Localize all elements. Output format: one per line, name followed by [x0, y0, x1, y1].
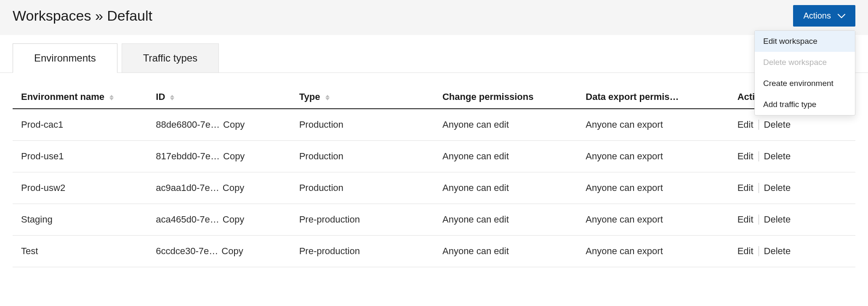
table-header-row: Environment name ID Type Change permissi… — [13, 86, 855, 109]
breadcrumb-separator: » — [95, 8, 103, 24]
id-text: ac9aa1d0-7e… — [156, 183, 219, 193]
cell-environment-name: Staging — [13, 204, 156, 236]
delete-button[interactable]: Delete — [764, 214, 791, 225]
divider — [759, 183, 759, 193]
header-type-label: Type — [299, 91, 320, 102]
cell-change-permissions: Anyone can edit — [442, 141, 586, 172]
cell-export-permissions: Anyone can export — [586, 236, 737, 267]
cell-id: ac9aa1d0-7e…Copy — [156, 172, 299, 204]
delete-button[interactable]: Delete — [764, 246, 791, 257]
tab[interactable]: Traffic types — [122, 43, 219, 72]
header-export-label: Data export permis… — [586, 91, 679, 102]
header-id[interactable]: ID — [156, 86, 299, 109]
dropdown-item[interactable]: Edit workspace — [755, 31, 855, 52]
breadcrumb-root[interactable]: Workspaces — [13, 8, 91, 24]
delete-button[interactable]: Delete — [764, 119, 791, 130]
cell-actions: EditDelete — [738, 172, 855, 204]
breadcrumb-current: Default — [107, 8, 152, 24]
cell-change-permissions: Anyone can edit — [442, 236, 586, 267]
header-bar: Workspaces » Default Actions Edit worksp… — [0, 0, 868, 35]
cell-type: Production — [299, 141, 442, 172]
actions-button[interactable]: Actions — [793, 5, 855, 27]
cell-id: 6ccdce30-7e…Copy — [156, 236, 299, 267]
tab[interactable]: Environments — [13, 43, 117, 73]
table-row: Prod-use1817ebdd0-7e…CopyProductionAnyon… — [13, 141, 855, 172]
copy-button[interactable]: Copy — [221, 246, 243, 257]
table-row: Stagingaca465d0-7e…CopyPre-productionAny… — [13, 204, 855, 236]
actions-dropdown-menu: Edit workspaceDelete workspaceCreate env… — [754, 30, 855, 115]
sort-icon — [170, 95, 174, 100]
cell-id: aca465d0-7e…Copy — [156, 204, 299, 236]
actions-button-label: Actions — [803, 11, 831, 21]
cell-environment-name: Prod-usw2 — [13, 172, 156, 204]
table-row: Prod-usw2ac9aa1d0-7e…CopyProductionAnyon… — [13, 172, 855, 204]
environments-table: Environment name ID Type Change permissi… — [13, 86, 855, 267]
sort-icon — [109, 95, 114, 100]
dropdown-item: Delete workspace — [755, 52, 855, 73]
header-change-label: Change permissions — [442, 91, 533, 102]
edit-button[interactable]: Edit — [738, 246, 754, 257]
cell-environment-name: Test — [13, 236, 156, 267]
cell-change-permissions: Anyone can edit — [442, 109, 586, 141]
header-environment-name[interactable]: Environment name — [13, 86, 156, 109]
copy-button[interactable]: Copy — [223, 183, 244, 193]
edit-button[interactable]: Edit — [738, 119, 754, 130]
copy-button[interactable]: Copy — [223, 151, 245, 162]
cell-type: Pre-production — [299, 204, 442, 236]
cell-export-permissions: Anyone can export — [586, 109, 737, 141]
tabs: EnvironmentsTraffic types — [0, 43, 868, 73]
cell-type: Production — [299, 109, 442, 141]
cell-id: 817ebdd0-7e…Copy — [156, 141, 299, 172]
delete-button[interactable]: Delete — [764, 183, 791, 193]
header-type[interactable]: Type — [299, 86, 442, 109]
cell-environment-name: Prod-cac1 — [13, 109, 156, 141]
divider — [759, 151, 759, 161]
environments-table-container: Environment name ID Type Change permissi… — [0, 86, 868, 267]
cell-export-permissions: Anyone can export — [586, 172, 737, 204]
cell-export-permissions: Anyone can export — [586, 204, 737, 236]
cell-actions: EditDelete — [738, 141, 855, 172]
dropdown-item[interactable]: Create environment — [755, 73, 855, 94]
chevron-down-icon — [838, 11, 845, 21]
cell-type: Pre-production — [299, 236, 442, 267]
breadcrumb: Workspaces » Default — [13, 8, 152, 24]
dropdown-item[interactable]: Add traffic type — [755, 94, 855, 115]
id-text: 88de6800-7e… — [156, 119, 220, 130]
edit-button[interactable]: Edit — [738, 214, 754, 225]
header-change-permissions[interactable]: Change permissions — [442, 86, 586, 109]
delete-button[interactable]: Delete — [764, 151, 791, 162]
copy-button[interactable]: Copy — [223, 214, 244, 225]
header-data-export-permissions[interactable]: Data export permis… — [586, 86, 737, 109]
id-text: aca465d0-7e… — [156, 214, 219, 225]
copy-button[interactable]: Copy — [223, 119, 245, 130]
divider — [759, 215, 759, 225]
id-text: 817ebdd0-7e… — [156, 151, 220, 162]
cell-environment-name: Prod-use1 — [13, 141, 156, 172]
edit-button[interactable]: Edit — [738, 151, 754, 162]
divider — [759, 120, 759, 130]
id-text: 6ccdce30-7e… — [156, 246, 218, 257]
table-row: Prod-cac188de6800-7e…CopyProductionAnyon… — [13, 109, 855, 141]
cell-export-permissions: Anyone can export — [586, 141, 737, 172]
cell-change-permissions: Anyone can edit — [442, 172, 586, 204]
header-id-label: ID — [156, 91, 165, 102]
cell-actions: EditDelete — [738, 236, 855, 267]
divider — [759, 246, 759, 256]
header-name-label: Environment name — [21, 91, 104, 102]
cell-id: 88de6800-7e…Copy — [156, 109, 299, 141]
cell-type: Production — [299, 172, 442, 204]
cell-change-permissions: Anyone can edit — [442, 204, 586, 236]
table-row: Test6ccdce30-7e…CopyPre-productionAnyone… — [13, 236, 855, 267]
sort-icon — [325, 95, 330, 100]
cell-actions: EditDelete — [738, 204, 855, 236]
edit-button[interactable]: Edit — [738, 183, 754, 193]
